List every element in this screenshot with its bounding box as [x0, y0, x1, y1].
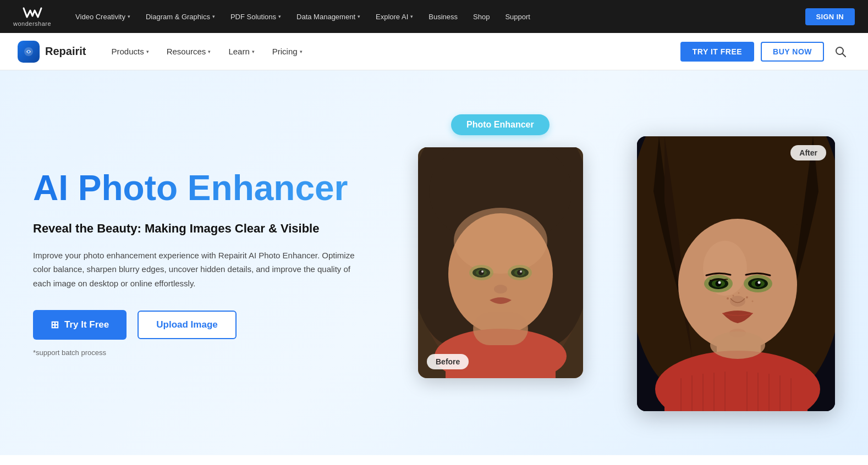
second-nav-right: TRY IT FREE BUY NOW: [680, 42, 850, 62]
chevron-down-icon: ▾: [212, 14, 215, 19]
svg-point-63: [733, 295, 734, 297]
before-image: Before: [418, 147, 583, 378]
svg-point-57: [755, 281, 761, 287]
tab-products[interactable]: Products ▾: [103, 42, 156, 60]
hero-left: AI Photo Enhancer Reveal the Beauty: Mak…: [33, 169, 407, 357]
try-it-free-nav-button[interactable]: TRY IT FREE: [680, 42, 754, 62]
second-navigation: Repairit Products ▾ Resources ▾ Learn ▾ …: [0, 33, 868, 70]
hero-buttons: ⊞ Try It Free Upload Image: [33, 310, 385, 340]
hero-description: Improve your photo enhancement experienc…: [33, 248, 363, 291]
hero-title: AI Photo Enhancer: [33, 169, 385, 207]
try-it-free-hero-button[interactable]: ⊞ Try It Free: [33, 310, 127, 340]
brand-logo[interactable]: Repairit: [18, 41, 86, 63]
top-nav-pdf-solutions[interactable]: PDF Solutions ▾: [224, 8, 288, 25]
svg-point-61: [710, 331, 765, 359]
chevron-down-icon: ▾: [278, 14, 281, 19]
chevron-down-icon: ▾: [410, 14, 413, 19]
upload-image-button[interactable]: Upload Image: [138, 311, 236, 339]
chevron-down-icon: ▾: [358, 14, 360, 19]
svg-point-66: [738, 292, 740, 294]
hero-section: AI Photo Enhancer Reveal the Beauty: Mak…: [0, 70, 868, 455]
brand-name: Repairit: [45, 45, 86, 58]
top-nav-items: Video Creativity ▾ Diagram & Graphics ▾ …: [69, 8, 787, 25]
batch-note: *support batch process: [33, 348, 385, 357]
svg-point-1: [28, 51, 30, 53]
top-nav-video-creativity[interactable]: Video Creativity ▾: [69, 8, 137, 25]
top-nav-shop[interactable]: Shop: [466, 8, 496, 25]
windows-icon: ⊞: [51, 319, 59, 331]
top-nav-explore-ai[interactable]: Explore AI ▾: [369, 8, 420, 25]
hero-subtitle: Reveal the Beauty: Making Images Clear &…: [33, 220, 385, 237]
svg-rect-27: [418, 147, 583, 378]
top-nav-data-management[interactable]: Data Management ▾: [290, 8, 367, 25]
svg-point-64: [746, 296, 748, 298]
second-nav-items: Products ▾ Resources ▾ Learn ▾ Pricing ▾: [103, 42, 680, 60]
tab-pricing[interactable]: Pricing ▾: [265, 42, 310, 60]
tab-learn[interactable]: Learn ▾: [221, 42, 262, 60]
svg-point-62: [727, 297, 729, 300]
svg-point-53: [718, 281, 721, 284]
images-container: Before: [407, 136, 835, 422]
top-nav-business[interactable]: Business: [422, 8, 464, 25]
search-icon[interactable]: [831, 42, 850, 62]
tab-resources[interactable]: Resources ▾: [159, 42, 219, 60]
logo-text: wondershare: [13, 20, 51, 27]
before-label: Before: [427, 354, 469, 369]
chevron-down-icon: ▾: [208, 49, 211, 54]
top-nav-diagram-graphics[interactable]: Diagram & Graphics ▾: [139, 8, 222, 25]
svg-point-52: [716, 281, 722, 287]
chevron-down-icon: ▾: [128, 14, 130, 19]
top-nav-support[interactable]: Support: [498, 8, 537, 25]
svg-line-3: [843, 53, 846, 57]
svg-point-58: [758, 281, 761, 284]
chevron-down-icon: ▾: [146, 49, 149, 54]
after-image: After: [637, 136, 835, 411]
wondershare-logo[interactable]: wondershare: [13, 6, 51, 27]
top-nav-right: SIGN IN: [805, 8, 855, 25]
buy-now-nav-button[interactable]: BUY NOW: [761, 42, 824, 62]
after-label: After: [790, 145, 826, 160]
repairit-icon: [18, 41, 40, 63]
chevron-down-icon: ▾: [252, 49, 255, 54]
svg-point-59: [730, 296, 745, 307]
chevron-down-icon: ▾: [300, 49, 303, 54]
hero-right: Photo Enhancer: [407, 103, 835, 422]
sign-in-button[interactable]: SIGN IN: [805, 8, 855, 25]
top-navigation: wondershare Video Creativity ▾ Diagram &…: [0, 0, 868, 33]
svg-point-65: [752, 301, 754, 302]
photo-enhancer-badge: Photo Enhancer: [451, 114, 550, 135]
svg-rect-37: [664, 367, 807, 411]
